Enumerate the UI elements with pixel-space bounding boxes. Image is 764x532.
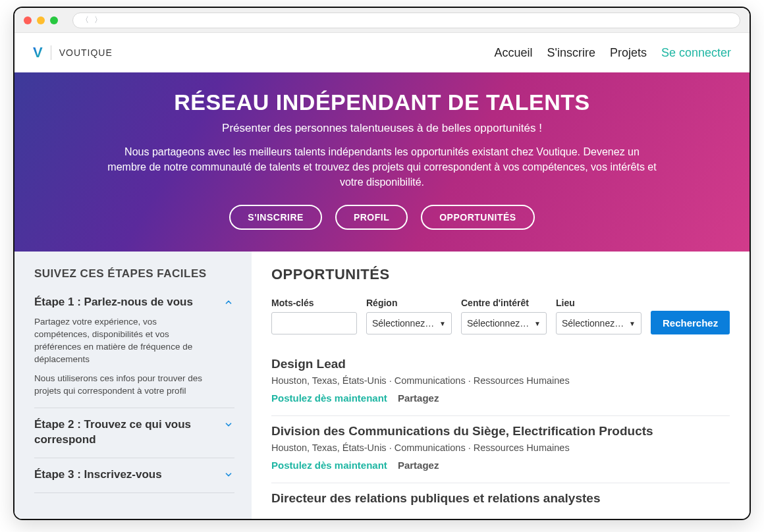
- apply-link[interactable]: Postulez dès maintenant: [271, 460, 387, 471]
- address-bar[interactable]: 〈 〉: [72, 13, 740, 28]
- step-2-title: Étape 2 : Trouvez ce qui vous correspond: [34, 417, 212, 446]
- apply-link[interactable]: Postulez dès maintenant: [271, 392, 387, 404]
- nav-links: Accueil S'inscrire Projets Se connecter: [494, 46, 731, 60]
- location-select[interactable]: Sélectionnez… ▼: [556, 312, 641, 334]
- opportunities-panel: OPPORTUNITÉS Mots-clés Région Sélectionn…: [252, 252, 750, 519]
- step-3[interactable]: Étape 3 : Inscrivez-vous: [34, 458, 234, 493]
- caret-down-icon: ▼: [439, 320, 446, 327]
- filter-bar: Mots-clés Région Sélectionnez… ▼ Centre …: [271, 298, 730, 334]
- brand-mark-icon: V: [33, 44, 43, 61]
- step-1-body-2: Nous utiliserons ces infos pour trouver …: [34, 373, 205, 398]
- step-3-title: Étape 3 : Inscrivez-vous: [34, 467, 162, 482]
- interest-select-value: Sélectionnez…: [467, 318, 529, 329]
- nav-forward-icon[interactable]: 〉: [94, 14, 102, 26]
- step-2[interactable]: Étape 2 : Trouvez ce qui vous correspond: [34, 408, 234, 458]
- region-select[interactable]: Sélectionnez… ▼: [366, 312, 452, 334]
- caret-down-icon: ▼: [629, 320, 636, 327]
- interest-select[interactable]: Sélectionnez… ▼: [461, 312, 547, 334]
- hero: RÉSEAU INDÉPENDANT DE TALENTS Présenter …: [14, 72, 750, 252]
- page-content: V VOUTIQUE Accueil S'inscrire Projets Se…: [14, 33, 750, 519]
- window-close-icon[interactable]: [24, 16, 32, 24]
- step-1[interactable]: Étape 1 : Parlez-nous de vous Partagez v…: [34, 295, 234, 408]
- nav-login[interactable]: Se connecter: [661, 46, 731, 60]
- top-nav: V VOUTIQUE Accueil S'inscrire Projets Se…: [14, 33, 750, 72]
- opportunities-heading: OPPORTUNITÉS: [271, 266, 730, 283]
- nav-signup[interactable]: S'inscrire: [547, 46, 595, 60]
- brand-logo[interactable]: V VOUTIQUE: [33, 44, 113, 61]
- job-title[interactable]: Directeur des relations publiques et rel…: [271, 491, 730, 506]
- job-card: Division des Communications du Siège, El…: [271, 416, 730, 483]
- chevron-up-icon: [223, 296, 234, 308]
- chevron-down-icon: [223, 419, 234, 431]
- share-link[interactable]: Partagez: [398, 392, 439, 404]
- window-minimize-icon[interactable]: [37, 16, 45, 24]
- window-zoom-icon[interactable]: [50, 16, 58, 24]
- step-1-body-1: Partagez votre expérience, vos compétenc…: [34, 316, 205, 366]
- browser-window: 〈 〉 V VOUTIQUE Accueil S'inscrire Projet…: [13, 7, 751, 520]
- caret-down-icon: ▼: [534, 320, 541, 327]
- location-label: Lieu: [556, 298, 641, 308]
- steps-sidebar: SUIVEZ CES ÉTAPES FACILES Étape 1 : Parl…: [14, 252, 252, 519]
- nav-projects[interactable]: Projets: [610, 46, 647, 60]
- step-1-title: Étape 1 : Parlez-nous de vous: [34, 295, 193, 309]
- location-select-value: Sélectionnez…: [562, 318, 624, 329]
- region-select-value: Sélectionnez…: [372, 318, 434, 329]
- job-title[interactable]: Division des Communications du Siège, El…: [271, 424, 730, 439]
- nav-back-icon[interactable]: 〈: [81, 14, 89, 26]
- brand-divider: [51, 45, 51, 60]
- job-meta: Houston, Texas, États-Unis · Communicati…: [271, 442, 730, 453]
- region-label: Région: [366, 298, 452, 308]
- interest-label: Centre d'intérêt: [461, 298, 547, 308]
- cta-signup-button[interactable]: S'INSCRIRE: [229, 205, 322, 230]
- sidebar-heading: SUIVEZ CES ÉTAPES FACILES: [34, 267, 234, 280]
- job-title[interactable]: Design Lead: [271, 357, 730, 371]
- hero-title: RÉSEAU INDÉPENDANT DE TALENTS: [54, 90, 710, 115]
- cta-profile-button[interactable]: PROFIL: [335, 205, 408, 230]
- brand-name: VOUTIQUE: [59, 47, 113, 58]
- hero-ctas: S'INSCRIRE PROFIL OPPORTUNITÉS: [54, 205, 710, 230]
- job-card: Design Lead Houston, Texas, États-Unis ·…: [271, 349, 730, 416]
- hero-body: Nous partageons avec les meilleurs talen…: [105, 144, 659, 190]
- keywords-label: Mots-clés: [271, 298, 357, 308]
- cta-opportunities-button[interactable]: OPPORTUNITÉS: [421, 205, 534, 230]
- keywords-input[interactable]: [271, 312, 357, 334]
- search-button[interactable]: Recherchez: [651, 311, 730, 334]
- job-card: Directeur des relations publiques et rel…: [271, 483, 730, 519]
- window-titlebar: 〈 〉: [14, 8, 750, 33]
- hero-subtitle: Présenter des personnes talentueuses à d…: [54, 122, 710, 135]
- share-link[interactable]: Partagez: [398, 460, 439, 471]
- chevron-down-icon: [223, 469, 234, 481]
- nav-home[interactable]: Accueil: [494, 46, 532, 60]
- job-meta: Houston, Texas, États-Unis · Communicati…: [271, 375, 730, 386]
